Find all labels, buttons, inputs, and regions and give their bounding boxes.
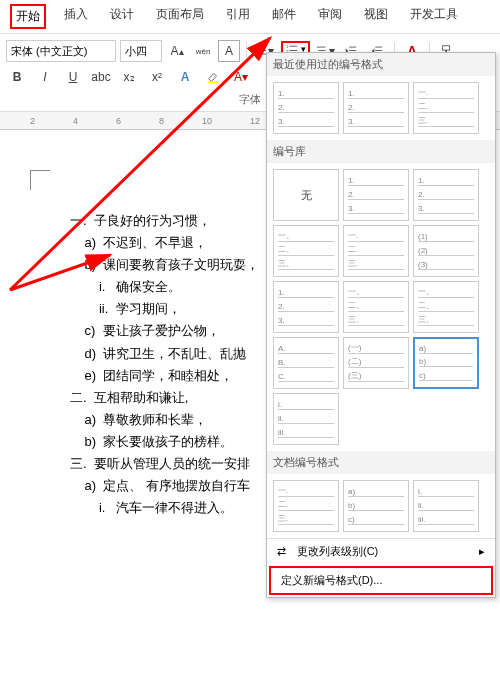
svg-rect-9 — [289, 50, 297, 51]
svg-rect-19 — [375, 50, 382, 51]
increase-font-button[interactable]: A▴ — [166, 40, 188, 62]
font-name-select[interactable] — [6, 40, 116, 62]
font-size-select[interactable] — [120, 40, 162, 62]
tab-insert[interactable]: 插入 — [60, 4, 92, 29]
svg-rect-15 — [349, 47, 356, 48]
numbering-thumb-cn-paren[interactable]: (一)(二)(三) — [343, 337, 409, 389]
numbering-thumb-cn2[interactable]: 一.二.三. — [343, 225, 409, 277]
tab-references[interactable]: 引用 — [222, 4, 254, 29]
ruler-mark: 4 — [73, 116, 78, 126]
change-list-level-item[interactable]: ⇄ 更改列表级别(C) ▸ — [267, 539, 495, 564]
numbering-thumb-big-abc[interactable]: A.B.C. — [273, 337, 339, 389]
numbering-thumb-abc[interactable]: a)b)c) — [413, 337, 479, 389]
svg-point-4 — [256, 54, 258, 56]
svg-rect-13 — [319, 50, 326, 51]
highlight-button[interactable] — [202, 66, 224, 88]
svg-rect-16 — [349, 50, 356, 51]
tab-home[interactable]: 开始 — [10, 4, 46, 29]
tab-view[interactable]: 视图 — [360, 4, 392, 29]
pinyin-guide-button[interactable]: wén — [192, 40, 214, 62]
ruler-mark: 12 — [250, 116, 260, 126]
numbering-thumb-123e[interactable]: 1.2.3. — [273, 281, 339, 333]
numbering-thumb-cn4[interactable]: 一、二、三、 — [413, 281, 479, 333]
numbering-thumb-123c[interactable]: 1.2.3. — [343, 169, 409, 221]
section-doc-title: 文档编号格式 — [267, 451, 495, 474]
ribbon-tabs: 开始 插入 设计 页面布局 引用 邮件 审阅 视图 开发工具 — [0, 0, 500, 34]
superscript-button[interactable]: x² — [146, 66, 168, 88]
indent-icon: ⇄ — [277, 545, 291, 558]
numbering-thumb-doc-cn[interactable]: 一.二.三. — [273, 480, 339, 532]
tab-mailings[interactable]: 邮件 — [268, 4, 300, 29]
chevron-right-icon: ▸ — [479, 545, 485, 558]
numbering-thumb-doc-abc[interactable]: a)b)c) — [343, 480, 409, 532]
section-library-title: 编号库 — [267, 140, 495, 163]
numbering-thumb-none[interactable]: 无 — [273, 169, 339, 221]
tab-developer[interactable]: 开发工具 — [406, 4, 462, 29]
underline-button[interactable]: U — [62, 66, 84, 88]
numbering-thumb-123d[interactable]: 1.2.3. — [413, 169, 479, 221]
text-effects-button[interactable]: A — [174, 66, 196, 88]
tab-design[interactable]: 设计 — [106, 4, 138, 29]
numbering-thumb-cn-dot[interactable]: 一.二.三. — [413, 82, 479, 134]
tab-review[interactable]: 审阅 — [314, 4, 346, 29]
tab-layout[interactable]: 页面布局 — [152, 4, 208, 29]
svg-rect-7 — [289, 46, 297, 47]
svg-rect-21 — [443, 46, 450, 50]
numbering-thumb-cn3[interactable]: 一、二、三、 — [343, 281, 409, 333]
define-new-format-label: 定义新编号格式(D)... — [281, 573, 382, 588]
ruler-mark: 6 — [116, 116, 121, 126]
bold-button[interactable]: B — [6, 66, 28, 88]
numbering-dropdown: 最近使用过的编号格式 1.2.3. 1.2.3. 一.二.三. 编号库 无 1.… — [266, 52, 496, 598]
svg-rect-12 — [317, 47, 326, 48]
svg-rect-3 — [259, 50, 266, 51]
italic-button[interactable]: I — [34, 66, 56, 88]
character-border-button[interactable]: A — [218, 40, 240, 62]
ruler-mark: 8 — [159, 116, 164, 126]
strikethrough-button[interactable]: abc — [90, 66, 112, 88]
svg-point-2 — [256, 50, 258, 52]
ruler-mark: 2 — [30, 116, 35, 126]
font-color-2-button[interactable]: A▾ — [230, 66, 252, 88]
numbering-thumb-123[interactable]: 1.2.3. — [273, 82, 339, 134]
page-corner-icon — [30, 170, 50, 190]
numbering-thumb-cn[interactable]: 一、二、三、 — [273, 225, 339, 277]
section-recent-title: 最近使用过的编号格式 — [267, 53, 495, 76]
change-list-level-label: 更改列表级别(C) — [297, 544, 378, 559]
numbering-thumb-doc-roman[interactable]: i.ii.iii. — [413, 480, 479, 532]
svg-rect-23 — [208, 81, 219, 83]
numbering-thumb-123b[interactable]: 1.2.3. — [343, 82, 409, 134]
numbering-thumb-paren[interactable]: (1)(2)(3) — [413, 225, 479, 277]
svg-point-0 — [256, 47, 258, 49]
ruler-mark: 10 — [202, 116, 212, 126]
subscript-button[interactable]: x₂ — [118, 66, 140, 88]
define-new-format-item[interactable]: 定义新编号格式(D)... — [269, 566, 493, 595]
numbering-thumb-roman[interactable]: i.ii.iii. — [273, 393, 339, 445]
svg-rect-1 — [259, 47, 266, 48]
svg-rect-18 — [375, 47, 382, 48]
